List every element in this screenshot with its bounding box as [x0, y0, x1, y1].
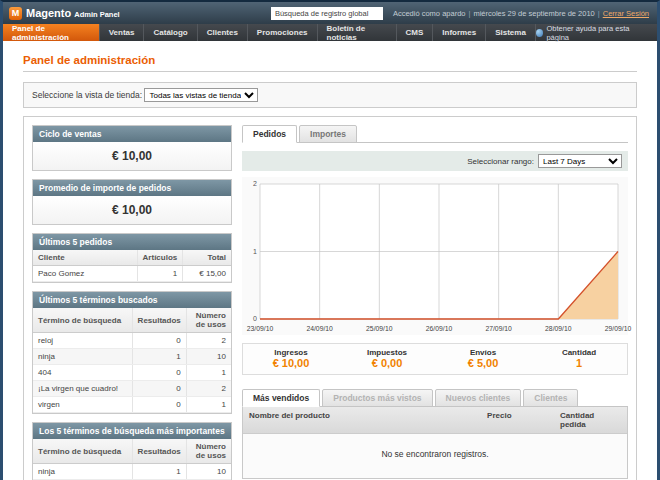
tab-importes[interactable]: Importes: [299, 125, 357, 143]
store-switcher-label: Seleccione la vista de tienda:: [32, 90, 142, 100]
store-switcher: Seleccione la vista de tienda: Todas las…: [23, 82, 637, 108]
store-view-select[interactable]: Todas las vistas de tienda: [144, 88, 258, 102]
nav-item-catalogo[interactable]: Catálogo: [144, 24, 197, 41]
average-orders-title: Promedio de importe de pedidos: [33, 180, 231, 196]
magento-logo-text: Magento: [26, 7, 71, 19]
summary-table: Término de búsquedaResultadosNúmero de u…: [33, 439, 231, 480]
tab-mas-vendidos[interactable]: Más vendidos: [242, 389, 320, 407]
column-header-numero-de-usos: Número de usos: [186, 439, 231, 464]
tab-clientes[interactable]: Clientes: [523, 389, 578, 407]
help-link-label: Obtener ayuda para esta página: [546, 24, 649, 42]
products-grid-header: Nombre del productoPrecioCantidad pedida: [243, 407, 627, 434]
table-row[interactable]: 40401: [33, 365, 231, 381]
table-cell: 2: [186, 333, 231, 349]
grid-empty-message: No se encontraron registros.: [243, 434, 627, 478]
chart-tabs: PedidosImportes: [242, 125, 628, 143]
table-cell: Paco Gomez: [33, 266, 137, 282]
last-orders-title: Últimos 5 pedidos: [33, 234, 231, 250]
table-row[interactable]: reloj02: [33, 333, 231, 349]
nav-item-ventas[interactable]: Ventas: [100, 24, 145, 41]
table-cell: 1: [132, 464, 186, 480]
column-header-termino-de-busqueda: Término de búsqueda: [33, 439, 132, 464]
range-select[interactable]: Last 7 Days: [538, 154, 622, 168]
lifetime-sales-value: € 10,00: [33, 142, 231, 170]
svg-text:24/09/10: 24/09/10: [306, 325, 333, 332]
table-row[interactable]: virgen01: [33, 397, 231, 413]
svg-text:2: 2: [253, 180, 257, 187]
nav-item-sistema[interactable]: Sistema: [486, 24, 536, 41]
top-search-terms-title: Los 5 términos de búsqueda más important…: [33, 423, 231, 439]
table-cell: 0: [132, 333, 186, 349]
table-cell: 1: [186, 397, 231, 413]
table-cell: ¡La virgen que cuadro!: [33, 381, 132, 397]
tab-productos-mas-vistos[interactable]: Productos más vistos: [322, 389, 432, 407]
table-cell: ninja: [33, 349, 132, 365]
table-row[interactable]: Paco Gomez1€ 15,00: [33, 266, 231, 282]
table-row[interactable]: ¡La virgen que cuadro!02: [33, 381, 231, 397]
nav-items: Panel de administraciónVentasCatálogoCli…: [3, 24, 536, 41]
products-grid: Nombre del productoPrecioCantidad pedida…: [242, 407, 628, 479]
tab-pedidos[interactable]: Pedidos: [242, 125, 297, 143]
summary-table: Término de búsquedaResultadosNúmero de u…: [33, 308, 231, 413]
average-orders-value: € 10,00: [33, 196, 231, 224]
table-cell: 10: [186, 464, 231, 480]
totals-bar: Ingresos€ 10,00Impuestos€ 0,00Envíos€ 5,…: [242, 343, 628, 375]
current-date: miércoles 29 de septiembre de 2010: [473, 9, 594, 18]
table-cell: 1: [137, 266, 183, 282]
nav-item-cms[interactable]: CMS: [397, 24, 434, 41]
table-cell: 0: [132, 397, 186, 413]
range-label: Seleccionar rango:: [467, 157, 534, 166]
grid-column-nombre-del-producto[interactable]: Nombre del producto: [243, 407, 481, 433]
magento-logo-subtitle: Admin Panel: [74, 10, 119, 19]
nav-item-clientes[interactable]: Clientes: [198, 24, 248, 41]
total-envios: Envíos€ 5,00: [435, 348, 531, 369]
last-search-terms-title: Últimos 5 términos buscados: [33, 292, 231, 308]
help-link[interactable]: Obtener ayuda para esta página: [536, 24, 657, 41]
table-cell: 2: [186, 381, 231, 397]
svg-text:23/09/10: 23/09/10: [247, 325, 274, 332]
total-value: 1: [531, 357, 627, 369]
total-value: € 0,00: [339, 357, 435, 369]
main-nav: Panel de administraciónVentasCatálogoCli…: [3, 24, 657, 41]
table-row[interactable]: ninja110: [33, 464, 231, 480]
table-row[interactable]: ninja110: [33, 349, 231, 365]
last-search-terms-box: Últimos 5 términos buscados Término de b…: [32, 291, 232, 414]
table-cell: 404: [33, 365, 132, 381]
tab-nuevos-clientes[interactable]: Nuevos clientes: [435, 389, 522, 407]
column-header-resultados: Resultados: [132, 308, 186, 333]
orders-chart: 01223/09/1024/09/1025/09/1026/09/1027/09…: [242, 177, 628, 335]
top-search-terms-box: Los 5 términos de búsqueda más important…: [32, 422, 232, 480]
grid-column-precio[interactable]: Precio: [481, 407, 554, 433]
last-orders-box: Últimos 5 pedidos ClienteArtículosTotalP…: [32, 233, 232, 283]
table-cell: € 15,00: [183, 266, 231, 282]
lifetime-sales-title: Ciclo de ventas: [33, 126, 231, 142]
content: Panel de administración Seleccione la vi…: [3, 41, 657, 480]
help-globe-icon: [536, 29, 544, 37]
logged-in-as: Accedió como apardo: [393, 9, 466, 18]
total-label: Ingresos: [243, 348, 339, 357]
browser-window: M Magento Admin Panel Accedió como apard…: [0, 0, 660, 480]
global-search-input[interactable]: [271, 7, 383, 20]
nav-item-panel-de-administracion[interactable]: Panel de administración: [3, 24, 100, 41]
table-cell: ninja: [33, 464, 132, 480]
svg-text:26/09/10: 26/09/10: [426, 325, 453, 332]
total-label: Cantidad: [531, 348, 627, 357]
column-header-resultados: Resultados: [132, 439, 186, 464]
svg-text:1: 1: [253, 248, 257, 255]
header-user-info: Accedió como apardo|miércoles 29 de sept…: [393, 9, 649, 18]
nav-item-boletin-de-noticias[interactable]: Boletín de noticias: [318, 24, 397, 41]
dashboard-right-column: PedidosImportes Seleccionar rango: Last …: [242, 125, 628, 480]
lifetime-sales-box: Ciclo de ventas € 10,00: [32, 125, 232, 171]
column-header-articulos: Artículos: [137, 250, 183, 266]
table-cell: 10: [186, 349, 231, 365]
grid-column-cantidad-pedida[interactable]: Cantidad pedida: [554, 407, 627, 433]
table-cell: 0: [132, 381, 186, 397]
total-value: € 5,00: [435, 357, 531, 369]
logout-link[interactable]: Cerrar Sesión: [603, 9, 649, 18]
average-orders-box: Promedio de importe de pedidos € 10,00: [32, 179, 232, 225]
dashboard-panel: Ciclo de ventas € 10,00 Promedio de impo…: [23, 116, 637, 480]
nav-item-promociones[interactable]: Promociones: [248, 24, 318, 41]
nav-item-informes[interactable]: Informes: [433, 24, 486, 41]
total-ingresos: Ingresos€ 10,00: [243, 348, 339, 369]
total-label: Impuestos: [339, 348, 435, 357]
